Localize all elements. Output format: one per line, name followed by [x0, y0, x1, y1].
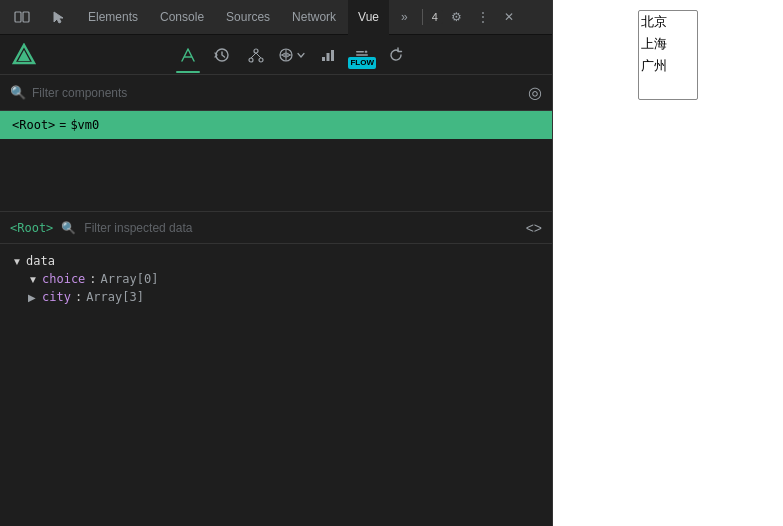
- option-guangzhou[interactable]: 广州: [639, 55, 697, 77]
- data-section-label: data: [26, 254, 55, 268]
- tab-vue[interactable]: Vue: [348, 0, 389, 35]
- vue-toolbar: FLOW: [0, 35, 552, 75]
- data-city-colon: :: [75, 290, 82, 304]
- option-beijing[interactable]: 北京: [639, 11, 697, 33]
- bottom-header: <Root> 🔍 <>: [0, 212, 552, 244]
- more-vert-icon-btn[interactable]: ⋮: [471, 5, 495, 29]
- data-items: ▼ choice : Array[0] ▶ city : Array[3]: [12, 270, 540, 306]
- tab-network[interactable]: Network: [282, 0, 346, 35]
- tab-more[interactable]: »: [391, 0, 418, 35]
- vue-logo: [8, 39, 40, 71]
- data-choice-arrow[interactable]: ▼: [28, 274, 38, 285]
- preview-content: 北京 上海 广州: [553, 0, 783, 526]
- tab-bar: Elements Console Sources Network Vue » 4…: [0, 0, 552, 35]
- data-choice-value: Array[0]: [101, 272, 159, 286]
- settings-icon-btn[interactable]: ⚙: [445, 5, 469, 29]
- data-city-arrow[interactable]: ▶: [28, 292, 38, 303]
- close-icon-btn[interactable]: ✕: [497, 5, 521, 29]
- svg-line-8: [251, 53, 256, 58]
- vue-tool-history[interactable]: [206, 39, 238, 71]
- data-choice-colon: :: [89, 272, 96, 286]
- bottom-filter-input[interactable]: [84, 221, 517, 235]
- data-choice-row[interactable]: ▼ choice : Array[0]: [28, 270, 540, 288]
- bottom-panel: <Root> 🔍 <> ▼ data ▼ choice : Array[0]: [0, 211, 552, 411]
- vue-tools: FLOW: [172, 39, 412, 71]
- component-root-item[interactable]: <Root> = $vm0: [0, 111, 552, 139]
- tab-sources[interactable]: Sources: [216, 0, 280, 35]
- preview-panel: 北京 上海 广州: [553, 0, 783, 526]
- component-vm-label: $vm0: [70, 118, 99, 132]
- vue-tool-settings[interactable]: FLOW: [346, 39, 378, 71]
- svg-line-9: [256, 53, 261, 58]
- component-tree: <Root> = $vm0: [0, 111, 552, 211]
- data-city-value: Array[3]: [86, 290, 144, 304]
- tab-devtools-icon[interactable]: [4, 0, 40, 35]
- svg-rect-1: [23, 12, 29, 22]
- vue-tool-routing[interactable]: [274, 39, 310, 71]
- svg-point-7: [259, 58, 263, 62]
- svg-point-5: [254, 49, 258, 53]
- svg-point-6: [249, 58, 253, 62]
- option-shanghai[interactable]: 上海: [639, 33, 697, 55]
- data-row-header[interactable]: ▼ data: [12, 252, 540, 270]
- filter-bar: 🔍 ◎: [0, 75, 552, 111]
- data-tree: ▼ data ▼ choice : Array[0] ▶ city : Arra…: [0, 244, 552, 411]
- data-choice-key: choice: [42, 272, 85, 286]
- vue-tool-chart[interactable]: [312, 39, 344, 71]
- bottom-search-icon[interactable]: 🔍: [61, 221, 76, 235]
- data-section: ▼ data ▼ choice : Array[0] ▶ city : Arra…: [12, 252, 540, 306]
- vue-tool-refresh[interactable]: [380, 39, 412, 71]
- svg-rect-0: [15, 12, 21, 22]
- tab-cursor[interactable]: [42, 0, 76, 35]
- bottom-root-label: <Root>: [10, 221, 53, 235]
- data-city-key: city: [42, 290, 71, 304]
- svg-rect-14: [327, 53, 330, 61]
- component-equals: =: [59, 118, 66, 132]
- city-select[interactable]: 北京 上海 广州: [638, 10, 698, 100]
- refresh-components-icon[interactable]: ◎: [528, 83, 542, 102]
- svg-point-19: [365, 50, 368, 53]
- vue-tool-components[interactable]: [172, 39, 204, 71]
- component-root-label: <Root>: [12, 118, 55, 132]
- filter-components-input[interactable]: [32, 86, 522, 100]
- data-section-arrow[interactable]: ▼: [12, 256, 22, 267]
- svg-rect-15: [331, 50, 334, 61]
- svg-rect-16: [356, 51, 364, 53]
- data-city-row[interactable]: ▶ city : Array[3]: [28, 288, 540, 306]
- tab-elements[interactable]: Elements: [78, 0, 148, 35]
- tab-num-badge: 4: [427, 10, 443, 24]
- flow-badge: FLOW: [348, 57, 376, 68]
- code-icon[interactable]: <>: [526, 220, 542, 236]
- search-icon: 🔍: [10, 85, 26, 100]
- tab-divider: [422, 9, 423, 25]
- vue-tool-vuex[interactable]: [240, 39, 272, 71]
- svg-rect-17: [356, 54, 368, 56]
- svg-rect-13: [322, 57, 325, 61]
- tab-console[interactable]: Console: [150, 0, 214, 35]
